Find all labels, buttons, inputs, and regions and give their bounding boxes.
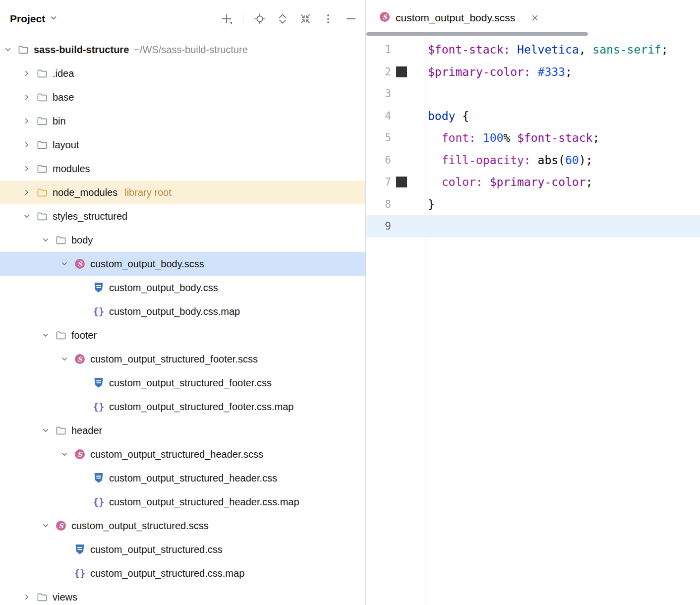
token-plain bbox=[428, 176, 442, 188]
token-kw: body bbox=[428, 110, 455, 122]
chevron-expanded-icon[interactable] bbox=[0, 38, 16, 61]
color-preview-swatch[interactable] bbox=[396, 177, 407, 187]
token-var: $font-stack bbox=[517, 131, 592, 144]
tree-item-body[interactable]: body bbox=[0, 228, 365, 252]
tree-item-custom_output_structured.css[interactable]: custom_output_structured.css bbox=[0, 538, 365, 561]
tree-item-label: header bbox=[71, 425, 102, 436]
chevron-collapsed-icon[interactable] bbox=[19, 133, 35, 157]
tree-item-custom_output_structured.css.map[interactable]: {}custom_output_structured.css.map bbox=[0, 561, 365, 585]
hide-panel-button[interactable] bbox=[343, 10, 359, 27]
folder-icon bbox=[54, 419, 68, 442]
line-number: 3 bbox=[366, 88, 391, 100]
tree-item-custom_output_structured.scss[interactable]: Scustom_output_structured.scss bbox=[0, 514, 365, 538]
tree-item-label: custom_output_body.scss bbox=[90, 258, 204, 270]
tree-item-label: views bbox=[53, 592, 77, 603]
sass-icon: S bbox=[72, 347, 87, 371]
chevron-spacer bbox=[75, 490, 91, 514]
gutter: 6 bbox=[366, 149, 426, 172]
expand-all-button[interactable] bbox=[274, 10, 291, 27]
code-line[interactable]: 4body { bbox=[366, 105, 700, 127]
tree-item-header[interactable]: header bbox=[0, 419, 365, 442]
code-line[interactable]: 2$primary-color: #333; bbox=[366, 61, 700, 83]
tree-item-views[interactable]: views bbox=[0, 585, 365, 605]
token-prop: font: bbox=[442, 131, 476, 144]
tree-item-footer[interactable]: footer bbox=[0, 323, 365, 347]
code-line[interactable]: 6 fill-opacity: abs(60); bbox=[366, 149, 700, 172]
select-opened-file-button[interactable] bbox=[251, 10, 268, 27]
tree-item-label: .idea bbox=[53, 68, 74, 79]
add-button[interactable] bbox=[218, 10, 235, 27]
chevron-expanded-icon[interactable] bbox=[38, 228, 54, 252]
code-line[interactable]: 3 bbox=[366, 83, 700, 105]
chevron-collapsed-icon[interactable] bbox=[19, 181, 35, 204]
tree-item-custom_output_structured_footer.css.map[interactable]: {}custom_output_structured_footer.css.ma… bbox=[0, 395, 365, 419]
tree-item-modules[interactable]: modules bbox=[0, 157, 365, 181]
tree-item-.idea[interactable]: .idea bbox=[0, 61, 365, 85]
tree-item-custom_output_structured_header.css[interactable]: custom_output_structured_header.css bbox=[0, 466, 365, 490]
tree-item-custom_output_structured_header.scss[interactable]: Scustom_output_structured_header.scss bbox=[0, 442, 365, 466]
gutter-swatch-slot bbox=[395, 105, 408, 127]
tree-item-custom_output_structured_footer.scss[interactable]: Scustom_output_structured_footer.scss bbox=[0, 347, 365, 371]
code-line[interactable]: 9 bbox=[366, 215, 700, 238]
tree-item-custom_output_body.scss[interactable]: Scustom_output_body.scss bbox=[0, 252, 365, 276]
project-view-selector[interactable]: Project bbox=[10, 13, 58, 25]
svg-text:S: S bbox=[58, 522, 64, 530]
chevron-spacer bbox=[57, 538, 72, 561]
map-icon: {} bbox=[72, 561, 87, 585]
chevron-collapsed-icon[interactable] bbox=[19, 157, 35, 181]
chevron-expanded-icon[interactable] bbox=[57, 442, 72, 466]
more-options-button[interactable] bbox=[320, 10, 337, 27]
token-plain: ; bbox=[586, 176, 593, 188]
tree-item-layout[interactable]: layout bbox=[0, 133, 365, 157]
tree-item-custom_output_body.css.map[interactable]: {}custom_output_body.css.map bbox=[0, 300, 365, 323]
chevron-expanded-icon[interactable] bbox=[19, 204, 35, 228]
editor-tab[interactable]: S custom_output_body.scss bbox=[379, 11, 541, 25]
tree-item-base[interactable]: base bbox=[0, 85, 365, 109]
token-var: $primary-color bbox=[490, 176, 586, 188]
tree-item-custom_output_structured_footer.css[interactable]: custom_output_structured_footer.css bbox=[0, 371, 365, 395]
code-text: body { bbox=[428, 110, 469, 122]
chevron-spacer bbox=[75, 276, 91, 300]
chevron-expanded-icon[interactable] bbox=[38, 323, 54, 347]
line-number: 4 bbox=[366, 110, 391, 122]
chevron-collapsed-icon[interactable] bbox=[19, 109, 35, 133]
folder-icon bbox=[35, 157, 50, 181]
chevron-collapsed-icon[interactable] bbox=[19, 61, 35, 85]
horizontal-scrollbar[interactable] bbox=[366, 32, 588, 36]
chevron-expanded-icon[interactable] bbox=[38, 419, 54, 442]
tree-item-node_modules[interactable]: node_moduleslibrary root bbox=[0, 181, 365, 204]
gutter: 8 bbox=[366, 193, 426, 216]
color-preview-swatch[interactable] bbox=[396, 66, 407, 77]
tree-item-custom_output_structured_header.css.map[interactable]: {}custom_output_structured_header.css.ma… bbox=[0, 490, 365, 514]
code-line[interactable]: 7 color: $primary-color; bbox=[366, 171, 700, 193]
map-icon: {} bbox=[91, 395, 106, 419]
chevron-spacer bbox=[75, 395, 91, 419]
code-line[interactable]: 1$font-stack: Helvetica, sans-serif; bbox=[366, 39, 700, 61]
chevron-collapsed-icon[interactable] bbox=[19, 85, 35, 109]
token-plain: ; bbox=[592, 131, 599, 144]
tab-close-icon[interactable] bbox=[528, 11, 541, 24]
tree-item-label: bin bbox=[53, 116, 66, 127]
code-line[interactable]: 5 font: 100% $font-stack; bbox=[366, 127, 700, 149]
chevron-collapsed-icon[interactable] bbox=[19, 585, 35, 605]
gutter-swatch-slot bbox=[395, 39, 408, 61]
collapse-all-button[interactable] bbox=[297, 10, 314, 27]
tree-item-sass-build-structure[interactable]: sass-build-structure~/WS/sass-build-stru… bbox=[0, 38, 365, 61]
token-plain bbox=[428, 154, 442, 167]
editor[interactable]: S custom_output_body.scss 1$font-stack: … bbox=[366, 0, 700, 605]
chevron-expanded-icon[interactable] bbox=[38, 514, 54, 538]
svg-text:S: S bbox=[77, 356, 83, 363]
tree-item-styles_structured[interactable]: styles_structured bbox=[0, 204, 365, 228]
chevron-down-icon bbox=[49, 13, 58, 25]
chevron-expanded-icon[interactable] bbox=[57, 347, 72, 371]
tree-item-label: custom_output_structured.scss bbox=[71, 520, 209, 532]
chevron-expanded-icon[interactable] bbox=[57, 252, 72, 276]
code-area[interactable]: 1$font-stack: Helvetica, sans-serif;2$pr… bbox=[366, 36, 700, 238]
token-prop: fill-opacity: bbox=[442, 154, 531, 167]
gutter: 7 bbox=[366, 171, 426, 193]
tree-item-bin[interactable]: bin bbox=[0, 109, 365, 133]
code-line[interactable]: 8} bbox=[366, 193, 700, 216]
code-text: $font-stack: Helvetica, sans-serif; bbox=[428, 43, 668, 56]
tree-item-custom_output_body.css[interactable]: custom_output_body.css bbox=[0, 276, 365, 300]
code-text: } bbox=[428, 198, 435, 211]
